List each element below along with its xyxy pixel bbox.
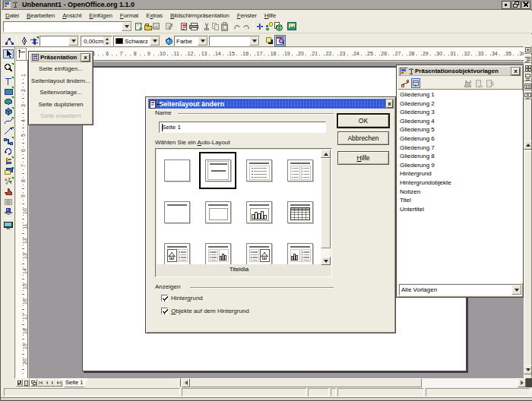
style-item-gliederung-1[interactable]: Gliederung 1 xyxy=(398,90,523,99)
dialog-titlebar[interactable]: Seitenlayout ändern xyxy=(148,99,389,109)
area-style-button[interactable] xyxy=(165,36,174,46)
select-tool-button[interactable] xyxy=(3,49,14,58)
scroll-down-button[interactable] xyxy=(524,365,532,374)
ellipse-tool-button[interactable] xyxy=(3,96,14,106)
style-filter-dropdown-button[interactable] xyxy=(511,285,521,295)
autolayout-scroll-up-button[interactable] xyxy=(321,150,331,158)
autolayout-option-3[interactable] xyxy=(239,150,280,191)
view-notes-button[interactable] xyxy=(524,73,532,81)
line-color-combo[interactable]: Schwarz xyxy=(113,36,160,46)
new-style-button[interactable] xyxy=(474,78,483,88)
effects-3d-tool-button[interactable] xyxy=(3,197,14,206)
tabbar-splitter[interactable] xyxy=(178,378,181,387)
spin-down-icon[interactable] xyxy=(103,41,111,46)
view-slide-button[interactable] xyxy=(524,64,532,72)
line-style-combo[interactable] xyxy=(40,36,79,46)
navigator-button[interactable] xyxy=(255,21,264,31)
hilfe-button[interactable]: Hilfe xyxy=(337,151,389,165)
nav-last-button[interactable] xyxy=(55,379,62,387)
arrange-tool-button[interactable] xyxy=(3,167,14,176)
autolayout-scrollbar-thumb[interactable] xyxy=(321,158,331,248)
presentation-item-seite-einf-gen[interactable]: Seite einfügen... xyxy=(29,65,93,72)
autolayout-scroll-down-button[interactable] xyxy=(321,257,331,265)
redo-button[interactable] xyxy=(242,21,251,31)
rotate-tool-button[interactable] xyxy=(3,147,14,156)
load-url-combo[interactable] xyxy=(3,21,132,32)
view-handout-button[interactable] xyxy=(524,82,532,90)
dialog-close-button[interactable]: x xyxy=(386,99,393,108)
load-url-dropdown-button[interactable] xyxy=(122,22,131,31)
mode-page-button[interactable] xyxy=(16,379,23,387)
style-item-notizen[interactable]: Notizen xyxy=(398,188,523,197)
paste-button[interactable] xyxy=(220,21,230,31)
edit-file-button[interactable] xyxy=(165,21,174,31)
close-button[interactable] xyxy=(521,1,530,9)
text-tool-button[interactable] xyxy=(3,77,14,86)
graphic-styles-button[interactable] xyxy=(401,78,410,88)
save-document-button[interactable] xyxy=(152,21,161,31)
mode-master-button[interactable] xyxy=(23,379,30,387)
menu-bildschirmprsentation[interactable]: Bildschirmpräsentation xyxy=(166,11,233,20)
start-show-button[interactable] xyxy=(524,91,532,99)
autolayout-option-4[interactable] xyxy=(280,150,321,191)
effects-tool-button[interactable] xyxy=(3,177,14,186)
window-resize-corner[interactable] xyxy=(526,378,532,387)
line-button[interactable] xyxy=(20,36,29,46)
area-fill-combo[interactable] xyxy=(209,36,260,46)
checkbox-hintergrund[interactable]: Hintergrund xyxy=(161,295,203,302)
presentation-item-seitenvorlage[interactable]: Seitenvorlage... xyxy=(29,89,93,96)
autolayout-option-6[interactable] xyxy=(198,191,239,233)
style-item-gliederung-3[interactable]: Gliederung 3 xyxy=(398,108,523,117)
gallery-button[interactable] xyxy=(287,21,296,31)
abbrechen-button[interactable]: Abbrechen xyxy=(337,131,389,145)
style-item-gliederung-5[interactable]: Gliederung 5 xyxy=(398,125,523,134)
autolayout-option-2[interactable] xyxy=(198,150,239,191)
horizontal-ruler[interactable]: 1234567891011121314151617181920212223242… xyxy=(27,48,524,61)
menu-fenster[interactable]: Fenster xyxy=(233,11,261,20)
ruler-corner[interactable] xyxy=(16,48,27,61)
style-item-gliederung-4[interactable]: Gliederung 4 xyxy=(398,117,523,126)
fill-mode-button[interactable] xyxy=(464,78,473,88)
slideshow-tool-button[interactable] xyxy=(3,221,14,230)
style-item-titel[interactable]: Titel xyxy=(398,196,523,205)
autolayout-option-8[interactable] xyxy=(280,191,321,233)
scroll-left-button[interactable] xyxy=(182,378,190,387)
undo-button[interactable] xyxy=(233,21,242,31)
rectangle-tool-button[interactable] xyxy=(3,87,14,96)
presentation-styles-button[interactable] xyxy=(411,78,420,88)
menu-extras[interactable]: Extras xyxy=(142,11,166,20)
line-style-dropdown-button[interactable] xyxy=(68,36,78,46)
scroll-up-button[interactable] xyxy=(524,141,532,150)
lines-arrows-tool-button[interactable] xyxy=(3,127,14,136)
horizontal-scrollbar-thumb[interactable] xyxy=(190,378,422,387)
style-item-hintergrundobjekte[interactable]: Hintergrundobjekte xyxy=(398,178,523,188)
interaction-tool-button[interactable] xyxy=(3,187,14,196)
style-item-gliederung-8[interactable]: Gliederung 8 xyxy=(398,152,523,161)
menu-hilfe[interactable]: Hilfe xyxy=(261,11,280,20)
export-pdf-button[interactable] xyxy=(180,21,189,31)
shadow-button[interactable] xyxy=(265,36,274,46)
object3d-tool-button[interactable] xyxy=(3,107,14,116)
menu-format[interactable]: Format xyxy=(116,11,142,20)
scroll-right-button[interactable] xyxy=(518,378,526,387)
vertical-ruler[interactable]: 1234567891011121314151617181920 xyxy=(16,61,28,379)
presentation-toolbar-close-button[interactable]: x xyxy=(81,54,90,62)
alignment-tool-button[interactable] xyxy=(3,156,14,166)
style-item-gliederung-6[interactable]: Gliederung 6 xyxy=(398,134,523,144)
menu-einfgen[interactable]: Einfügen xyxy=(85,11,116,20)
copy-button[interactable] xyxy=(211,21,220,31)
style-item-hintergrund[interactable]: Hintergrund xyxy=(398,169,523,178)
area-style-dropdown-button[interactable] xyxy=(198,36,207,46)
style-item-untertitel[interactable]: Untertitel xyxy=(398,205,523,214)
menu-bearbeiten[interactable]: Bearbeiten xyxy=(23,11,59,20)
autolayout-option-12[interactable] xyxy=(280,233,321,265)
autolayout-option-10[interactable] xyxy=(198,233,239,265)
checkbox-checked-icon[interactable] xyxy=(161,295,168,302)
print-file-button[interactable] xyxy=(189,21,198,31)
line-width-field[interactable]: 0,00cm xyxy=(81,36,112,46)
style-item-gliederung-2[interactable]: Gliederung 2 xyxy=(398,99,523,109)
hyperlink-dialog-button[interactable] xyxy=(274,21,283,31)
autolayout-option-7[interactable] xyxy=(239,191,280,233)
zoom-tool-button[interactable] xyxy=(3,63,14,72)
mode-layer-button[interactable] xyxy=(30,379,37,387)
